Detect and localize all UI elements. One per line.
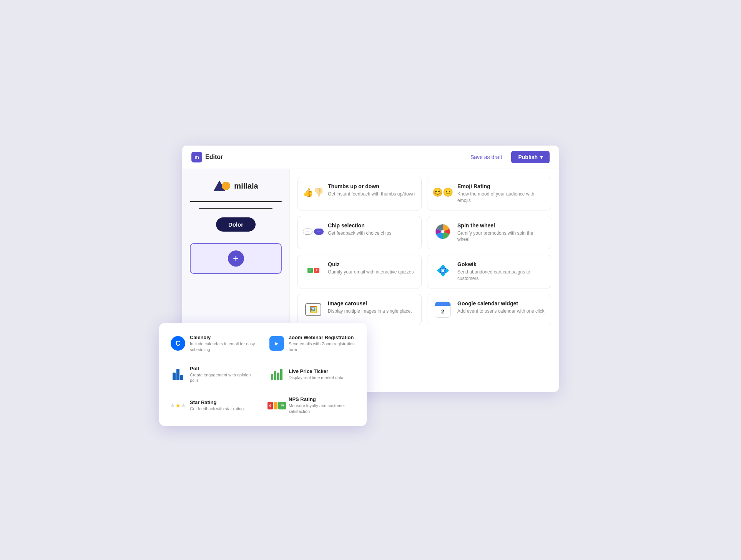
thumbs-icon: 👍👎	[304, 183, 322, 202]
chip-pill-1: —	[303, 229, 312, 235]
add-block-area[interactable]: +	[190, 243, 282, 274]
widget-text-quiz: Quiz Gamify your email with interactive …	[328, 261, 415, 275]
widget-card-quiz[interactable]: ✓ ✗ Quiz Gamify your email with interact…	[297, 255, 422, 288]
popup-title-nps: NPS Rating	[289, 396, 355, 402]
dolor-button[interactable]: Dolor	[216, 217, 256, 232]
widget-card-thumbs[interactable]: 👍👎 Thumbs up or down Get instant feedbac…	[297, 177, 422, 210]
header-title: Editor	[205, 154, 223, 161]
widget-title-quiz: Quiz	[328, 261, 415, 267]
plus-icon: +	[233, 252, 239, 264]
widget-card-carousel[interactable]: 🖼️ Image carousel Display multiple image…	[297, 294, 422, 325]
publish-button[interactable]: Publish ▾	[511, 151, 550, 163]
add-block-button[interactable]: +	[228, 250, 244, 267]
popup-grid: C Calendly Include calendars in email fo…	[166, 330, 360, 419]
brand-logo-area: millala	[213, 181, 258, 191]
widget-desc-chip: Get feedback with choice chips	[328, 230, 415, 237]
nps-ten: 10	[278, 402, 286, 409]
widget-desc-gokwik: Send abandoned cart campaigns to custome…	[457, 269, 545, 282]
header-left: m Editor	[191, 152, 223, 162]
widget-text-spin: Spin the wheel Gamify your promotions wi…	[457, 222, 545, 243]
outer-wrapper: m Editor Save as draft Publish ▾	[182, 146, 559, 414]
widget-text-carousel: Image carousel Display multiple images i…	[328, 300, 415, 315]
popup-title-poll: Poll	[190, 366, 256, 371]
popup-item-star[interactable]: ★ ★ ★ Star Rating Get feedback with star…	[166, 392, 261, 419]
nps-icon: 0 10	[269, 398, 284, 413]
gcal-icon: 2	[434, 300, 452, 319]
popup-text-poll: Poll Create engagement with opinion poll…	[190, 366, 256, 384]
widget-grid: 👍👎 Thumbs up or down Get instant feedbac…	[297, 177, 551, 325]
svg-point-1	[441, 230, 444, 233]
popup-item-nps[interactable]: 0 10 NPS Rating Measure loyalty and cust…	[265, 392, 360, 419]
calendly-icon: C	[171, 336, 185, 351]
widget-title-spin: Spin the wheel	[457, 222, 545, 229]
widget-title-gokwik: Gokwik	[457, 261, 545, 267]
widget-title-emoji: Emoji Rating	[457, 183, 545, 189]
popup-desc-nps: Measure loyalty and customer satisfactio…	[289, 403, 355, 414]
carousel-icon: 🖼️	[304, 300, 322, 319]
emoji-icon: 😊😐	[434, 183, 452, 202]
popup-desc-calendly: Include calendars in email for easy sche…	[190, 341, 256, 353]
widget-desc-quiz: Gamify your email with interactive quizz…	[328, 269, 415, 275]
popup-text-star: Star Rating Get feedback with star ratin…	[190, 399, 256, 412]
popup-item-ticker[interactable]: Live Price Ticker Display real time mark…	[265, 361, 360, 388]
widget-desc-thumbs: Get instant feedback with thumbs up/down	[328, 191, 415, 197]
logo-icon: m	[191, 152, 202, 162]
header-bar: m Editor Save as draft Publish ▾	[182, 146, 559, 169]
widget-desc-carousel: Display multiple images in a single plac…	[328, 308, 415, 315]
ticker-bar-3	[277, 373, 279, 380]
popup-item-calendly[interactable]: C Calendly Include calendars in email fo…	[166, 330, 261, 357]
ticker-bar-2	[274, 371, 276, 380]
popup-title-calendly: Calendly	[190, 335, 256, 340]
popup-item-zoom[interactable]: ▶ Zoom Webinar Registration Send emails …	[265, 330, 360, 357]
publish-label: Publish	[518, 154, 538, 160]
brand-name: millala	[234, 182, 258, 191]
gokwik-icon: 💠	[434, 261, 452, 280]
popup-desc-poll: Create engagement with opinion polls	[190, 372, 256, 384]
widget-text-thumbs: Thumbs up or down Get instant feedback w…	[328, 183, 415, 197]
star-rating-icon: ★ ★ ★	[171, 398, 185, 413]
popup-title-star: Star Rating	[190, 399, 256, 405]
widget-desc-gcal: Add event to user's calendar with one cl…	[457, 308, 545, 315]
popup-panel: C Calendly Include calendars in email fo…	[159, 323, 367, 426]
brand-dot-icon	[222, 182, 230, 190]
widget-text-chip: Chip selection Get feedback with choice …	[328, 222, 415, 237]
chip-selection-icon: — —	[304, 222, 322, 241]
widget-card-spin[interactable]: Spin the wheel Gamify your promotions wi…	[427, 216, 551, 250]
ticker-bar-1	[271, 374, 273, 380]
ticker-icon	[269, 367, 284, 382]
widget-card-gokwik[interactable]: 💠 Gokwik Send abandoned cart campaigns t…	[427, 255, 551, 288]
gcal-top-bar	[435, 302, 450, 306]
poll-bar-1	[173, 373, 176, 380]
gcal-number: 2	[441, 308, 444, 315]
divider-thick	[190, 201, 282, 202]
ticker-bar-4	[280, 369, 282, 380]
star-empty-1: ★	[170, 402, 175, 409]
zoom-icon: ▶	[269, 336, 284, 351]
poll-bar-3	[180, 375, 183, 380]
header-right: Save as draft Publish ▾	[465, 151, 550, 163]
widget-title-thumbs: Thumbs up or down	[328, 183, 415, 189]
widget-card-gcal[interactable]: 2 Google calendar widget Add event to us…	[427, 294, 551, 325]
nps-zero: 0	[267, 402, 273, 409]
widget-title-chip: Chip selection	[328, 222, 415, 229]
widget-text-emoji: Emoji Rating Know the mood of your audie…	[457, 183, 545, 204]
widget-text-gcal: Google calendar widget Add event to user…	[457, 300, 545, 315]
chip-pill-2: —	[314, 229, 324, 235]
widget-card-emoji[interactable]: 😊😐 Emoji Rating Know the mood of your au…	[427, 177, 551, 210]
widget-title-gcal: Google calendar widget	[457, 300, 545, 307]
quiz-x-icon: ✗	[314, 268, 319, 273]
popup-title-zoom: Zoom Webinar Registration	[289, 335, 355, 340]
star-filled-1: ★	[175, 402, 181, 409]
popup-desc-ticker: Display real time market data	[289, 375, 355, 381]
popup-item-poll[interactable]: Poll Create engagement with opinion poll…	[166, 361, 261, 388]
poll-icon	[171, 367, 185, 382]
publish-arrow-icon: ▾	[540, 154, 543, 160]
widget-card-chip[interactable]: — — Chip selection Get feedback with cho…	[297, 216, 422, 250]
widget-title-carousel: Image carousel	[328, 300, 415, 307]
widget-desc-spin: Gamify your promotions with spin the whe…	[457, 230, 545, 243]
popup-text-zoom: Zoom Webinar Registration Send emails wi…	[289, 335, 355, 353]
poll-bar-2	[176, 369, 179, 380]
nps-mid	[274, 402, 277, 409]
widget-desc-emoji: Know the mood of your audience with emoj…	[457, 191, 545, 204]
save-draft-button[interactable]: Save as draft	[465, 151, 508, 163]
